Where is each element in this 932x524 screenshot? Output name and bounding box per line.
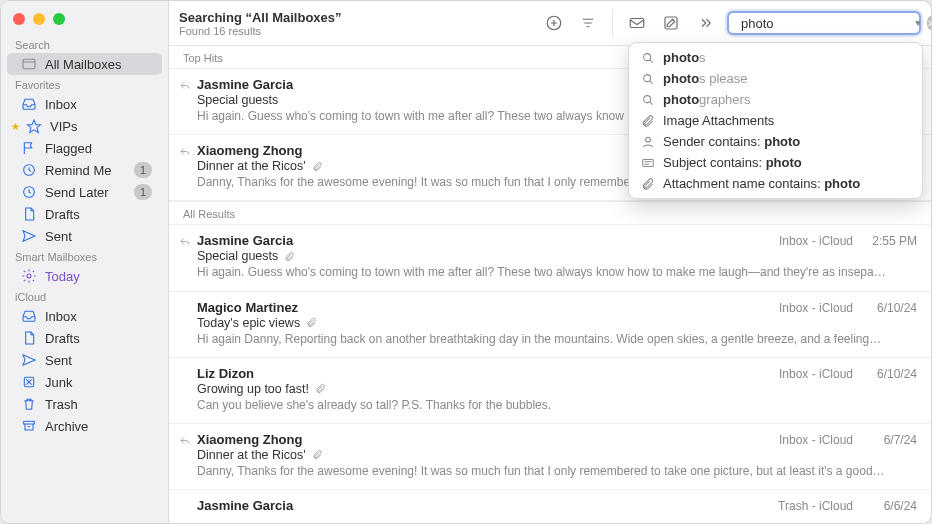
time: 2:55 PM [861, 234, 917, 248]
sidebar-item-icloud-drafts[interactable]: Drafts [7, 327, 162, 349]
sidebar-item-icloud-sent[interactable]: Sent [7, 349, 162, 371]
vip-icon [26, 118, 42, 134]
attachment-icon [312, 161, 323, 172]
sidebar-item-icloud-trash[interactable]: Trash [7, 393, 162, 415]
suggestion-attachment-contains[interactable]: Attachment name contains: photo [629, 173, 922, 194]
sidebar-item-icloud-inbox[interactable]: Inbox [7, 305, 162, 327]
filter-button[interactable] [576, 11, 600, 35]
subject: Today's epic views [197, 316, 917, 330]
sender: Liz Dizon [197, 366, 254, 381]
suggestion-sender-contains[interactable]: Sender contains: photo [629, 131, 922, 152]
sidebar-item-flagged[interactable]: Flagged [7, 137, 162, 159]
search-input[interactable] [741, 16, 909, 31]
preview: Hi again Danny, Reporting back on anothe… [197, 331, 917, 347]
gear-icon [21, 268, 37, 284]
location: Inbox - iCloud [306, 301, 853, 315]
suggestion-photos[interactable]: photos [629, 47, 922, 68]
time: 6/6/24 [861, 499, 917, 513]
suggestion-photos-please[interactable]: photos please [629, 68, 922, 89]
attachment-icon [312, 449, 323, 460]
svg-rect-15 [643, 159, 654, 166]
time: 6/10/24 [861, 367, 917, 381]
document-icon [21, 330, 37, 346]
sidebar-item-inbox[interactable]: Inbox [7, 93, 162, 115]
reply-icon [179, 435, 191, 447]
toolbar: Searching “All Mailboxes” Found 16 resul… [169, 1, 931, 46]
reply-icon [179, 236, 191, 248]
sidebar-item-remind-me[interactable]: Remind Me 1 [7, 159, 162, 181]
message-row[interactable]: Jasmine Garcia Inbox - iCloud 2:55 PM Sp… [169, 225, 931, 291]
close-window-button[interactable] [13, 13, 25, 25]
attachment-icon [306, 317, 317, 328]
message-row[interactable]: Jasmine Garcia Trash - iCloud 6/6/24 [169, 490, 931, 523]
compose-button[interactable] [659, 11, 683, 35]
svg-point-4 [27, 274, 31, 278]
attachment-icon [315, 383, 326, 394]
inbox-icon [21, 96, 37, 112]
sidebar-item-today[interactable]: Today [7, 265, 162, 287]
paperplane-icon [21, 228, 37, 244]
sidebar-item-drafts[interactable]: Drafts [7, 203, 162, 225]
suggestion-subject-contains[interactable]: Subject contains: photo [629, 152, 922, 173]
svg-rect-6 [24, 421, 35, 424]
person-icon [641, 135, 655, 149]
time: 6/10/24 [861, 301, 917, 315]
search-container: ✕ [727, 11, 921, 35]
attachment-icon [284, 251, 295, 262]
sidebar-section-icloud: iCloud [1, 287, 168, 305]
message-row[interactable]: Magico Martinez Inbox - iCloud 6/10/24 T… [169, 292, 931, 358]
svg-point-12 [644, 74, 651, 81]
subject-icon [641, 156, 655, 170]
search-scope-caret-icon[interactable] [915, 21, 921, 26]
svg-point-13 [644, 95, 651, 102]
preview: Hi again. Guess who's coming to town wit… [197, 264, 917, 280]
document-icon [21, 206, 37, 222]
message-row[interactable]: Xiaomeng Zhong Inbox - iCloud 6/7/24 Din… [169, 424, 931, 490]
suggestion-image-attachments[interactable]: Image Attachments [629, 110, 922, 131]
archive-icon [21, 418, 37, 434]
result-count: Found 16 results [179, 25, 532, 37]
location: Trash - iCloud [301, 499, 853, 513]
title-block: Searching “All Mailboxes” Found 16 resul… [179, 10, 532, 37]
paperclip-icon [641, 114, 655, 128]
search-icon [641, 51, 655, 65]
clock-icon [21, 184, 37, 200]
subject: Special guests [197, 249, 917, 263]
inbox-icon [21, 308, 37, 324]
envelope-button[interactable] [625, 11, 649, 35]
paperplane-icon [21, 352, 37, 368]
sender: Xiaomeng Zhong [197, 143, 302, 158]
new-message-alt-button[interactable] [542, 11, 566, 35]
subject: Dinner at the Ricos' [197, 448, 917, 462]
location: Inbox - iCloud [301, 234, 853, 248]
sidebar-item-send-later[interactable]: Send Later 1 [7, 181, 162, 203]
sender: Jasmine Garcia [197, 233, 293, 248]
page-title: Searching “All Mailboxes” [179, 10, 532, 25]
sidebar-item-all-mailboxes[interactable]: All Mailboxes [7, 53, 162, 75]
zoom-window-button[interactable] [53, 13, 65, 25]
junk-icon [21, 374, 37, 390]
more-toolbar-button[interactable] [693, 11, 717, 35]
message-row[interactable]: Liz Dizon Inbox - iCloud 6/10/24 Growing… [169, 358, 931, 424]
flag-icon [21, 140, 37, 156]
sidebar-item-icloud-archive[interactable]: Archive [7, 415, 162, 437]
sender: Magico Martinez [197, 300, 298, 315]
sender: Xiaomeng Zhong [197, 432, 302, 447]
sender: Jasmine Garcia [197, 77, 293, 92]
search-field[interactable]: ✕ [727, 11, 921, 35]
sidebar-item-sent[interactable]: Sent [7, 225, 162, 247]
search-icon [641, 93, 655, 107]
preview: Can you believe she's already so tall? P… [197, 397, 917, 413]
sidebar-item-vips[interactable]: ★ VIPs [7, 115, 162, 137]
location: Inbox - iCloud [262, 367, 853, 381]
clear-search-button[interactable]: ✕ [927, 16, 932, 30]
search-suggestions: photos photos please photographers Image… [628, 42, 923, 199]
minimize-window-button[interactable] [33, 13, 45, 25]
trash-icon [21, 396, 37, 412]
svg-point-11 [644, 53, 651, 60]
suggestion-photographers[interactable]: photographers [629, 89, 922, 110]
sidebar-section-search: Search [1, 35, 168, 53]
sidebar-section-smart: Smart Mailboxes [1, 247, 168, 265]
sidebar-item-icloud-junk[interactable]: Junk [7, 371, 162, 393]
mailboxes-icon [21, 56, 37, 72]
